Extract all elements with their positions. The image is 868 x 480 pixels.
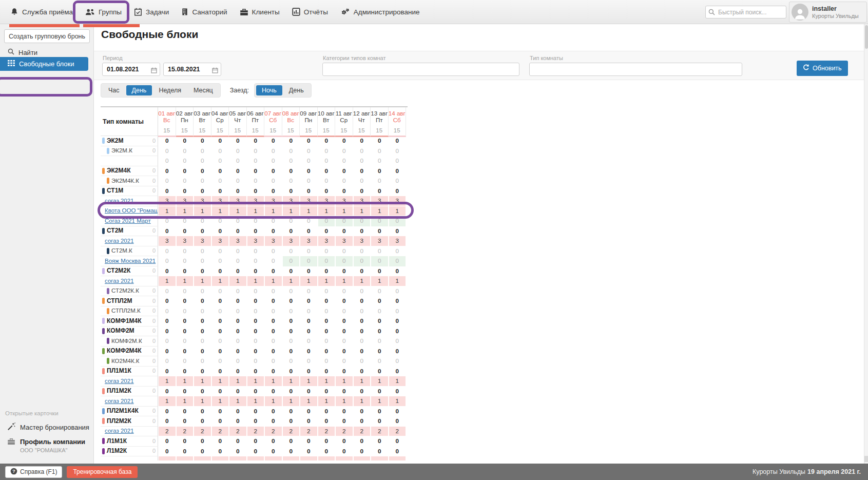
availability-cell: 0 (194, 367, 211, 377)
availability-cell: 3 (211, 236, 229, 246)
room-type-name: ЭК2М4К.К (111, 176, 139, 186)
availability-cell: 0 (158, 296, 176, 306)
availability-cell: 0 (371, 136, 389, 146)
availability-cell: 1 (371, 376, 389, 387)
availability-cell: 2 (335, 427, 353, 437)
top-navbar: Служба приёмаГруппыЗадачиСанаторийКлиент… (0, 0, 868, 24)
nav-item-groups[interactable]: Группы (79, 0, 128, 24)
date-header-6: 07 авгСб (264, 107, 282, 126)
availability-cell: 0 (158, 256, 176, 266)
wand-icon (7, 423, 15, 432)
block-quota-link[interactable]: согаз 2021 (105, 396, 134, 406)
table-row: Квота ООО "Ромашка"11111111111111 (101, 206, 408, 217)
availability-cell: 0 (282, 436, 300, 447)
room-count: 0 (152, 447, 158, 456)
availability-cell: 0 (335, 226, 353, 237)
vertical-scrollbar[interactable] (864, 24, 868, 464)
availability-cell: 0 (158, 416, 176, 427)
availability-cell: 0 (247, 447, 265, 457)
availability-cell: 0 (264, 416, 282, 427)
availability-cell: 0 (247, 356, 265, 367)
availability-cell: 0 (282, 447, 300, 457)
availability-cell: 2 (300, 427, 318, 437)
sidebar-item-free-blocks[interactable]: Свободные блоки (0, 57, 88, 71)
calendar-icon[interactable] (151, 66, 157, 75)
availability-cell: 0 (194, 347, 211, 357)
table-row: ПЛ2М1К4К000000000000000 (101, 407, 408, 417)
availability-cell: 0 (211, 266, 229, 277)
room-count: 0 (152, 436, 158, 446)
availability-cell: 0 (300, 367, 318, 377)
training-base-button[interactable]: Тренировочная база (67, 466, 138, 478)
quick-search-input[interactable] (705, 6, 786, 18)
block-quota-link[interactable]: Квота ООО "Ромашка" (105, 206, 158, 216)
availability-cell: 0 (211, 176, 229, 186)
availability-cell: 0 (353, 256, 371, 266)
sidebar-item-company-profile[interactable]: Профиль компании ООО "РОМАШКА" (7, 438, 85, 453)
room-count: 0 (152, 387, 158, 396)
block-quota-link[interactable]: согаз 2021 (105, 276, 134, 286)
nav-item-reports[interactable]: Отчёты (286, 0, 334, 24)
availability-cell: 0 (158, 226, 176, 237)
availability-cell: 0 (282, 186, 300, 197)
availability-cell: 0 (389, 327, 407, 337)
table-row: ЭК2М.К000000000000000 (101, 146, 408, 157)
nav-item-clients[interactable]: Клиенты (234, 0, 286, 24)
availability-cell: 0 (229, 286, 247, 297)
room-color-chip (107, 178, 109, 184)
table-row: ПЛ2М2К000000000000000 (101, 416, 408, 427)
block-quota-link[interactable]: согаз 2021 (105, 236, 134, 246)
scrollbar-thumb[interactable] (865, 25, 868, 49)
room-categories-input[interactable] (323, 63, 519, 75)
help-button[interactable]: ? Справка (F1) (5, 466, 62, 478)
availability-cell: 0 (371, 316, 389, 327)
availability-cell: 0 (247, 407, 265, 417)
availability-cell: 0 (318, 246, 336, 257)
availability-cell: 0 (353, 226, 371, 237)
refresh-button[interactable]: Обновить (797, 61, 848, 76)
nav-item-administration[interactable]: Администрирование (334, 0, 426, 24)
building-icon (181, 8, 188, 16)
nav-item-sanatorium[interactable]: Санаторий (175, 0, 233, 24)
search-icon (8, 48, 14, 56)
block-quota-link[interactable]: согаз 2021 (105, 376, 134, 386)
availability-cell: 1 (176, 276, 194, 286)
scale-button-0[interactable]: Час (103, 85, 125, 95)
block-quota-link[interactable]: согаз 2021 (105, 196, 134, 206)
availability-cell: 3 (300, 196, 318, 206)
create-group-booking-button[interactable]: Создать групповую бронь (4, 29, 90, 43)
sidebar-item-booking-master[interactable]: Мастер бронирования (7, 423, 89, 432)
row-label-cell: ЭК2М4К0 (101, 166, 158, 177)
refresh-button-label: Обновить (813, 65, 842, 72)
briefcase-icon (7, 438, 15, 447)
availability-cell: 0 (211, 336, 229, 347)
calendar-icon[interactable] (212, 66, 218, 75)
arrival-button-1[interactable]: День (283, 85, 310, 95)
availability-cell: 0 (353, 176, 371, 186)
block-quota-link[interactable]: Вояж Москва 2021 (105, 256, 156, 266)
table-row: СТПЛ2М000000000000000 (101, 296, 408, 306)
scale-button-1[interactable]: День (126, 85, 152, 95)
capacity-cell: 15 (264, 126, 282, 137)
arrival-button-0[interactable]: Ночь (256, 85, 282, 95)
scale-button-3[interactable]: Месяц (188, 85, 219, 95)
availability-cell: 1 (353, 376, 371, 387)
room-type-input[interactable] (530, 63, 742, 75)
room-type-name: Л1М2К (107, 447, 127, 456)
availability-cell: 0 (389, 387, 407, 397)
user-menu[interactable]: installer Курорты Увильды (789, 2, 867, 23)
nav-item-reception[interactable]: Служба приёма (4, 0, 79, 24)
availability-cell: 0 (282, 156, 300, 166)
scale-button-2[interactable]: Неделя (153, 85, 187, 95)
footer-bar: ? Справка (F1) Тренировочная база Курорт… (0, 464, 868, 480)
table-row: Л1М2К000000000000000 (101, 447, 408, 457)
availability-cell: 0 (371, 256, 389, 266)
availability-cell: 0 (335, 407, 353, 417)
availability-cell: 0 (335, 286, 353, 297)
block-quota-link[interactable]: Согаз 2021 Март (105, 216, 151, 226)
block-quota-link[interactable]: согаз 2021 (105, 427, 134, 436)
nav-item-tasks[interactable]: Задачи (128, 0, 175, 24)
availability-cell: 0 (176, 416, 194, 427)
date-header-12: 13 авгПт (371, 107, 389, 126)
row-label-cell: ПЛ2М1К4К0 (101, 407, 158, 417)
